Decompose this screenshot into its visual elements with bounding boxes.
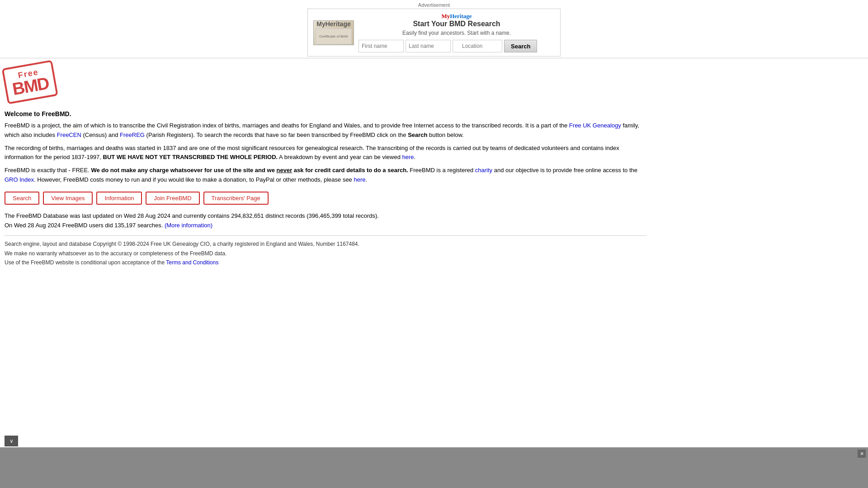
ad-first-name-input[interactable] — [359, 40, 404, 52]
freecen-link[interactable]: FreeCEN — [57, 131, 81, 138]
welcome-para-1: FreeBMD is a project, the aim of which i… — [5, 121, 646, 140]
ad-last-name-input[interactable] — [406, 40, 451, 52]
advertisement-label: Advertisement — [0, 2, 868, 8]
advertisement-section: Advertisement MyHeritage Certificate of … — [0, 0, 868, 58]
bottom-ad-bar: ✕ — [0, 447, 868, 488]
scroll-down-icon: ∨ — [9, 438, 14, 444]
join-nav-button[interactable]: Join FreeBMD — [146, 192, 199, 205]
stats-section: The FreeBMD Database was last updated on… — [5, 211, 646, 230]
information-nav-button[interactable]: Information — [96, 192, 142, 205]
stats-last-updated: The FreeBMD Database was last updated on… — [5, 211, 646, 221]
scroll-down-button[interactable]: ∨ — [5, 436, 18, 446]
stats-searches-text: On Wed 28 Aug 2024 FreeBMD users did 135… — [5, 222, 163, 229]
footer-separator — [5, 235, 646, 236]
bottom-close-button[interactable]: ✕ — [858, 450, 866, 458]
here-link-2[interactable]: here — [354, 176, 365, 183]
freereg-link[interactable]: FreeREG — [120, 131, 145, 138]
here-link-1[interactable]: here — [402, 154, 414, 160]
footer-conditions: Use of the FreeBMD website is conditiona… — [5, 258, 646, 267]
search-nav-button[interactable]: Search — [5, 192, 39, 205]
ad-banner: MyHeritage Certificate of Birth MyHerita… — [307, 9, 561, 56]
para1-prefix: FreeBMD is a project, the aim of which i… — [5, 122, 569, 129]
more-info-link[interactable]: (More information) — [165, 222, 212, 229]
ad-brand: MyHeritage — [359, 13, 555, 20]
nav-buttons: Search View Images Information Join Free… — [5, 192, 646, 205]
ad-content: MyHeritage Start Your BMD Research Easil… — [359, 13, 555, 52]
welcome-para-2: The recording of births, marriages and d… — [5, 144, 646, 163]
welcome-title: Welcome to FreeBMD. — [5, 110, 646, 117]
footer-copyright: Search engine, layout and database Copyr… — [5, 239, 646, 249]
ad-thumbnail: MyHeritage Certificate of Birth — [313, 20, 354, 45]
free-uk-genealogy-link[interactable]: Free UK Genealogy — [569, 122, 621, 129]
welcome-section: Welcome to FreeBMD. FreeBMD is a project… — [5, 110, 646, 185]
welcome-para-3: FreeBMD is exactly that - FREE. We do no… — [5, 166, 646, 185]
footer-warranty: We make no warranty whatsoever as to the… — [5, 249, 646, 258]
charity-link[interactable]: charity — [475, 167, 492, 174]
ad-search-button[interactable]: Search — [504, 40, 537, 52]
para1-census: (Census) and — [81, 131, 120, 138]
ad-title: Start Your BMD Research — [359, 20, 555, 28]
footer: Search engine, layout and database Copyr… — [5, 239, 646, 267]
transcribers-nav-button[interactable]: Transcribers' Page — [203, 192, 269, 205]
location-wrap: 📍 — [453, 40, 502, 52]
gro-index-link[interactable]: GRO Index — [5, 176, 34, 183]
ad-subtitle: Easily find your ancestors. Start with a… — [359, 30, 555, 36]
logo-stamp: Free BMD — [3, 60, 85, 107]
terms-link[interactable]: Terms and Conditions — [166, 259, 218, 266]
main-content: Free BMD Welcome to FreeBMD. FreeBMD is … — [0, 58, 651, 272]
thumbnail-cert: Certificate of Birth — [316, 28, 352, 44]
logo-area: Free BMD — [5, 63, 646, 103]
logo-stamp-inner: Free BMD — [2, 60, 58, 104]
view-images-nav-button[interactable]: View Images — [43, 192, 93, 205]
ad-location-input[interactable] — [453, 40, 502, 52]
ad-form: 📍 Search — [359, 40, 555, 52]
stats-searches: On Wed 28 Aug 2024 FreeBMD users did 135… — [5, 221, 646, 230]
footer-conditions-text: Use of the FreeBMD website is conditiona… — [5, 259, 166, 266]
para1-parish: (Parish Registers). To search the record… — [145, 131, 464, 138]
